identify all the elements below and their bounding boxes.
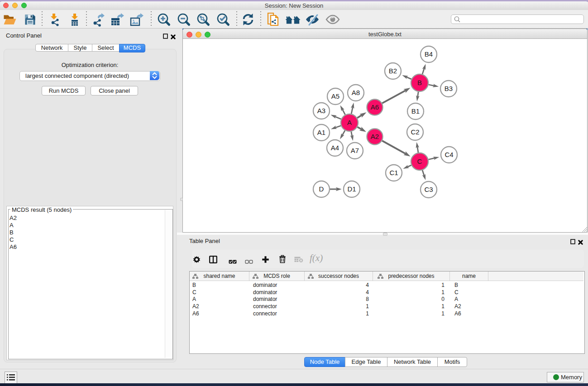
svg-text:A: A	[347, 119, 352, 126]
svg-text:B2: B2	[389, 67, 397, 75]
svg-text:B1: B1	[411, 107, 420, 115]
svg-text:A6: A6	[371, 103, 379, 111]
svg-text:A5: A5	[331, 92, 339, 100]
svg-text:C4: C4	[445, 151, 453, 158]
svg-text:C2: C2	[411, 128, 419, 136]
svg-text:A4: A4	[331, 144, 339, 152]
svg-text:A8: A8	[352, 89, 360, 96]
svg-text:C1: C1	[389, 169, 398, 176]
svg-text:A1: A1	[317, 129, 325, 136]
svg-text:A7: A7	[351, 147, 359, 154]
svg-text:B: B	[417, 79, 422, 86]
svg-text:C: C	[417, 157, 422, 165]
svg-text:A3: A3	[317, 107, 325, 114]
svg-text:A2: A2	[371, 133, 379, 140]
svg-text:D1: D1	[347, 185, 356, 193]
svg-text:B4: B4	[425, 50, 433, 58]
svg-text:D: D	[319, 185, 324, 193]
svg-text:B3: B3	[445, 85, 453, 92]
svg-text:C3: C3	[424, 186, 433, 193]
